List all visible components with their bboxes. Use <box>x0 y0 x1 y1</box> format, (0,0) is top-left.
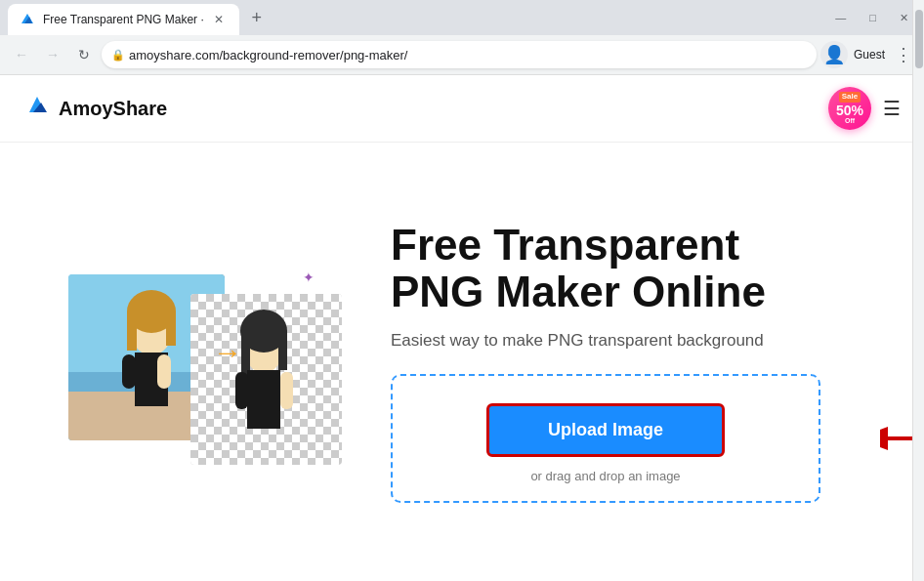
profile-button[interactable]: 👤 <box>820 41 848 68</box>
svg-rect-21 <box>241 331 250 375</box>
after-image-svg <box>190 294 342 465</box>
upload-hint: or drag and drop an image <box>530 469 680 483</box>
browser-chrome: Free Transparent PNG Maker · ✕ + — □ ✕ ←… <box>0 0 924 75</box>
upload-image-button[interactable]: Upload Image <box>486 403 725 457</box>
address-bar: ← → ↻ 🔒 👤 Guest ⋮ <box>0 35 924 74</box>
main-content: ✦ ✦ <box>0 143 924 581</box>
svg-rect-9 <box>127 311 137 351</box>
svg-rect-23 <box>247 370 280 429</box>
back-button[interactable]: ← <box>8 41 35 68</box>
new-tab-button[interactable]: + <box>243 4 271 31</box>
tab-favicon <box>20 12 35 27</box>
right-section: Free Transparent PNG Maker Online Easies… <box>371 222 885 504</box>
tab-title: Free Transparent PNG Maker · <box>43 13 204 26</box>
svg-rect-13 <box>157 354 171 389</box>
page-content: AmoyShare Sale 50% Off ☰ ✦ ✦ <box>0 75 924 581</box>
scrollbar[interactable] <box>912 0 924 581</box>
header-right: Sale 50% Off ☰ <box>828 87 901 130</box>
page-headline: Free Transparent PNG Maker Online <box>391 222 885 316</box>
sale-badge[interactable]: Sale 50% Off <box>828 87 871 130</box>
svg-rect-10 <box>166 311 176 346</box>
demo-after-image <box>190 294 342 465</box>
address-input[interactable] <box>102 41 817 68</box>
window-controls: — □ ✕ <box>827 8 916 28</box>
forward-button[interactable]: → <box>39 41 66 68</box>
scrollbar-thumb[interactable] <box>915 10 923 68</box>
minimize-button[interactable]: — <box>827 8 854 27</box>
hamburger-menu-button[interactable]: ☰ <box>883 97 901 120</box>
arrow-icon: → <box>213 336 242 369</box>
demo-section: ✦ ✦ <box>39 265 371 460</box>
svg-rect-12 <box>122 354 136 389</box>
svg-rect-22 <box>278 331 287 370</box>
logo-icon <box>23 95 51 122</box>
maximize-button[interactable]: □ <box>861 8 884 27</box>
active-tab[interactable]: Free Transparent PNG Maker · ✕ <box>8 4 239 35</box>
upload-area-wrapper: Upload Image or drag and drop an image <box>391 374 885 503</box>
refresh-button[interactable]: ↻ <box>70 41 98 68</box>
site-header: AmoyShare Sale 50% Off ☰ <box>0 75 924 143</box>
tab-close-button[interactable]: ✕ <box>210 11 228 28</box>
address-bar-wrap: 🔒 <box>102 41 817 68</box>
page-subtext: Easiest way to make PNG transparent back… <box>391 331 885 351</box>
tab-bar: Free Transparent PNG Maker · ✕ + — □ ✕ <box>0 0 924 35</box>
sale-badge-sale-text: Sale <box>839 92 861 103</box>
sale-badge-off: Off <box>845 117 855 125</box>
svg-rect-25 <box>280 372 293 409</box>
svg-rect-24 <box>235 372 248 409</box>
lock-icon: 🔒 <box>111 49 125 62</box>
logo[interactable]: AmoyShare <box>23 95 167 122</box>
upload-area[interactable]: Upload Image or drag and drop an image <box>391 374 820 503</box>
sparkle-icon: ✦ <box>303 270 315 285</box>
logo-text: AmoyShare <box>59 98 167 120</box>
demo-images: ✦ ✦ <box>68 265 342 460</box>
sale-badge-percent: 50% <box>836 104 863 117</box>
guest-label: Guest <box>854 48 885 62</box>
